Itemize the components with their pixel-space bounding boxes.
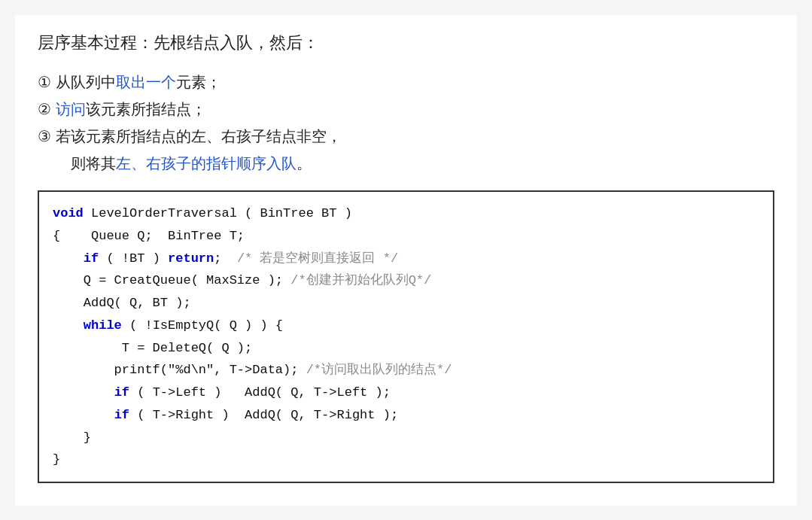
steps-section: ① 从队列中取出一个元素； ② 访问该元素所指结点； ③ 若该元素所指结点的左、… <box>38 68 774 177</box>
step-3-highlight: 左、右孩子的指针顺序入队 <box>116 155 297 172</box>
kw-while: while <box>84 318 122 333</box>
code-line-3: if ( !BT ) return; /* 若是空树则直接返回 */ <box>53 248 759 270</box>
code-line-5: AddQ( Q, BT ); <box>53 292 759 315</box>
main-container: 层序基本过程：先根结点入队，然后： ① 从队列中取出一个元素； ② 访问该元素所… <box>15 15 797 506</box>
code-line-7: T = DeleteQ( Q ); <box>53 337 759 360</box>
kw-return: return <box>168 251 214 266</box>
step-1-highlight: 取出一个 <box>116 74 176 90</box>
code-line-11: } <box>53 427 759 449</box>
step-2: ② 访问该元素所指结点； <box>38 96 774 123</box>
kw-if-1: if <box>84 251 99 266</box>
step-2-highlight: 访问 <box>56 101 86 117</box>
comment-2: /*创建并初始化队列Q*/ <box>290 273 431 287</box>
title-section: 层序基本过程：先根结点入队，然后： <box>38 30 774 55</box>
step-3: ③ 若该元素所指结点的左、右孩子结点非空， 则将其左、右孩子的指针顺序入队。 <box>38 123 774 177</box>
step-3-content: 若该元素所指结点的左、右孩子结点非空， 则将其左、右孩子的指针顺序入队。 <box>56 123 774 177</box>
code-line-12: } <box>53 449 759 471</box>
code-line-10: if ( T->Right ) AddQ( Q, T->Right ); <box>53 404 759 427</box>
title-text: 层序基本过程：先根结点入队，然后： <box>38 33 319 52</box>
comment-3: /*访问取出队列的结点*/ <box>306 363 452 377</box>
step-2-content: 访问该元素所指结点； <box>56 96 774 123</box>
comment-1: /* 若是空树则直接返回 */ <box>237 251 398 266</box>
code-line-1: void LevelOrderTraversal ( BinTree BT ) <box>53 202 759 225</box>
code-block: void LevelOrderTraversal ( BinTree BT ) … <box>38 190 774 483</box>
step-1-number: ① <box>38 68 51 96</box>
code-line-4: Q = CreatQueue( MaxSize ); /*创建并初始化队列Q*/ <box>53 269 759 292</box>
step-2-number: ② <box>38 96 51 123</box>
code-line-6: while ( !IsEmptyQ( Q ) ) { <box>53 315 759 337</box>
step-3-number: ③ <box>38 123 51 150</box>
code-line-9: if ( T->Left ) AddQ( Q, T->Left ); <box>53 382 759 404</box>
kw-void: void <box>53 206 84 220</box>
kw-if-2: if <box>114 385 129 400</box>
code-line-8: printf("%d\n", T->Data); /*访问取出队列的结点*/ <box>53 359 759 382</box>
kw-if-3: if <box>114 408 129 422</box>
step-1-content: 从队列中取出一个元素； <box>56 68 774 96</box>
code-line-2: { Queue Q; BinTree T; <box>53 225 759 248</box>
step-1: ① 从队列中取出一个元素； <box>38 68 774 96</box>
